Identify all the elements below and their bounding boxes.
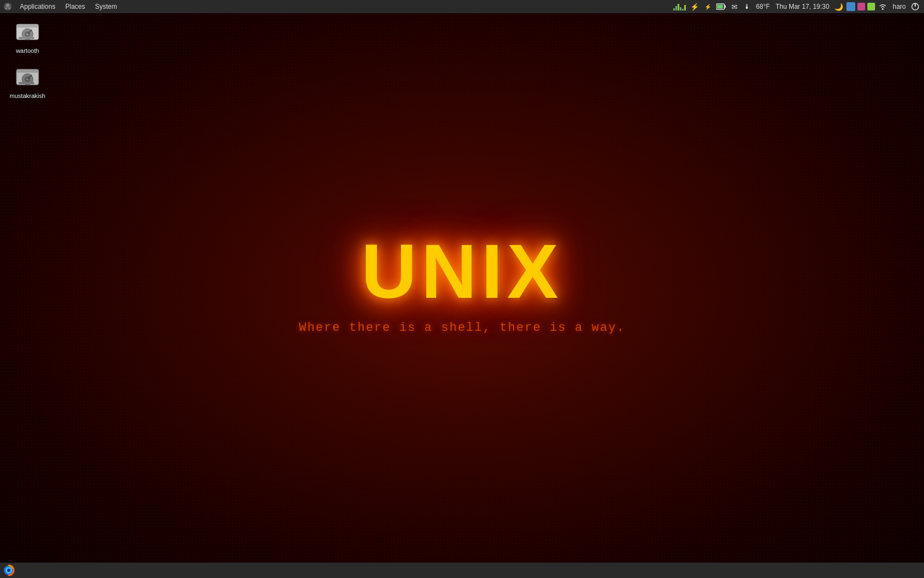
svg-point-28 [7,569,10,572]
netmonitor-icon [672,3,687,10]
system-menu[interactable]: System [91,2,122,12]
username-display: haro [890,3,908,10]
wifi-icon[interactable] [877,2,888,12]
bottom-panel [0,563,924,578]
svg-point-3 [8,8,10,9]
wartooth-label: wartooth [16,47,39,54]
power-icon[interactable] [910,2,921,12]
svg-point-7 [882,8,883,10]
svg-point-1 [6,4,9,7]
desktop: Applications Places System ⚡ ⚡ [0,0,924,578]
top-panel: Applications Places System ⚡ ⚡ [0,0,924,13]
wartooth-icon-image [14,19,41,45]
unix-center: UNIX Where there is a shell, there is a … [299,233,625,335]
night-icon: 🌙 [833,2,844,12]
indicator-box-1[interactable] [846,2,855,11]
temperature-display: 🌡 [742,3,752,10]
unix-title: UNIX [299,233,625,310]
mustakrakish-icon-image [14,64,41,90]
svg-rect-24 [19,82,29,84]
svg-rect-5 [724,6,726,8]
desktop-icon-mustakrakish[interactable]: mustakrakish [6,62,50,101]
indicator-box-2[interactable] [857,3,865,10]
places-menu[interactable]: Places [61,2,90,12]
svg-rect-19 [16,69,38,73]
bluetooth-icon[interactable]: ⚡ [689,2,700,12]
bluetooth2-icon[interactable]: ⚡ [702,2,713,12]
svg-rect-11 [16,24,38,28]
panel-left: Applications Places System [0,1,122,12]
datetime-display[interactable]: Thu Mar 17, 19:30 [774,3,831,10]
desktop-icon-wartooth[interactable]: wartooth [6,17,50,56]
svg-rect-17 [30,37,34,39]
gnome-icon[interactable] [2,1,13,12]
svg-point-2 [5,8,7,9]
applications-menu[interactable]: Applications [15,2,60,12]
panel-right: ⚡ ⚡ ✉ 🌡 68°F Thu Mar 17, 19:30 🌙 [672,2,924,12]
indicator-box-3[interactable] [867,3,875,10]
desktop-icons-container: wartooth musta [6,17,50,101]
battery-icon [716,2,727,12]
temperature-value: 68°F [754,3,771,10]
unix-subtitle: Where there is a shell, there is a way. [299,321,625,335]
svg-rect-16 [19,37,29,39]
firefox-launcher[interactable] [2,564,15,577]
svg-rect-25 [30,82,34,84]
mustakrakish-label: mustakrakish [10,92,46,99]
svg-rect-6 [717,5,723,9]
mail-icon[interactable]: ✉ [729,2,740,12]
